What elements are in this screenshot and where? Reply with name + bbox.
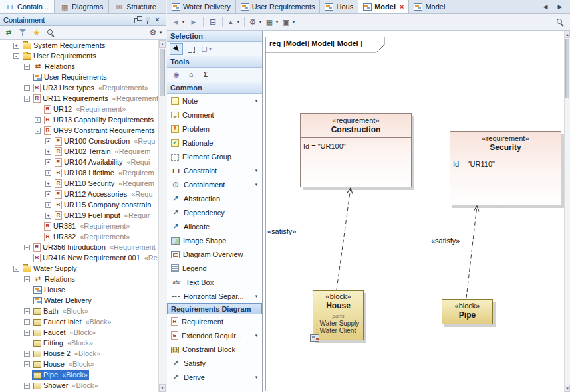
satisfy-edge-house-construction[interactable] [337, 188, 351, 290]
favorites-star-button[interactable] [30, 26, 43, 39]
expand-toggle-icon[interactable]: - [35, 128, 41, 134]
tab-contain[interactable]: Contain... [0, 0, 55, 13]
search-button[interactable] [553, 15, 567, 29]
block-node-house[interactable]: «block» House parts : Water Supply : Wat… [313, 290, 364, 340]
close-panel-button[interactable] [152, 15, 162, 25]
palette-item-rationale[interactable]: Rationale [167, 136, 262, 149]
tree-item-ur381[interactable]: +UR381«Requirement» [0, 221, 158, 231]
tree-item-water-delivery[interactable]: +Water Delivery [0, 295, 158, 306]
select-in-tree-button[interactable] [206, 15, 219, 29]
canvas-scrollbar-thumb[interactable] [565, 39, 569, 98]
expand-toggle-icon[interactable]: + [13, 43, 19, 49]
tab-structure[interactable]: Structure [109, 0, 162, 13]
expand-toggle-icon[interactable]: + [45, 138, 51, 144]
tree-item-ur382[interactable]: +UR382«Requirement» [0, 231, 158, 242]
close-tab-icon[interactable] [400, 3, 404, 11]
palette-item-constraint[interactable]: Constraint [167, 163, 262, 177]
tree-item-house-2[interactable]: +House 2«Block» [0, 348, 158, 359]
diagram-tab-water-delivery-0[interactable]: Water Delivery [167, 0, 236, 13]
palette-item-diagram-overview[interactable]: Diagram Overview [167, 247, 262, 261]
expand-toggle-icon[interactable]: - [13, 266, 19, 272]
tree-item-ur356-introduction[interactable]: +UR356 Introduction«Requirement [0, 242, 158, 252]
tree-item-user-requirements[interactable]: +User Requirements [0, 72, 158, 82]
palette-section-common[interactable]: Common [167, 82, 262, 94]
expand-toggle-icon[interactable]: + [45, 170, 51, 176]
expand-toggle-icon[interactable]: + [24, 319, 30, 325]
tree-item-ur102-terrain[interactable]: +UR102 Terrain«Requirem [0, 146, 158, 157]
next-tab-button[interactable] [553, 0, 567, 13]
diagram-tab-user-requirements-1[interactable]: User Requirements [236, 0, 321, 13]
tree-item-ur119-fuel-input[interactable]: +UR119 Fuel input«Requir [0, 210, 158, 221]
pointer-tool-button[interactable] [170, 43, 183, 55]
tree-item-ur99-constraint-requirements[interactable]: -UR99 Constraint Requirements [0, 125, 158, 136]
canvas-scrollbar[interactable] [564, 31, 570, 392]
expand-toggle-icon[interactable]: + [24, 245, 30, 250]
tree-item-house[interactable]: +House«Block» [0, 359, 158, 369]
satisfy-edge-label[interactable]: «satisfy» [267, 227, 296, 235]
area-select-tool-button[interactable] [184, 43, 198, 55]
tree-item-ur12[interactable]: +UR12«Requirement» [0, 104, 158, 114]
settings-gear-button[interactable] [148, 26, 164, 39]
palette-item-abstraction[interactable]: Abstraction [167, 191, 262, 205]
palette-section-tools[interactable]: Tools [167, 56, 262, 68]
tree-item-ur104-availability[interactable]: +UR104 Availability«Requi [0, 157, 158, 167]
tree-item-relations[interactable]: +Relations [0, 274, 158, 284]
tree-item-ur11-requirements[interactable]: -UR11 Requirements«Requirement» [0, 93, 158, 104]
tab-diagrams[interactable]: Diagrams [55, 0, 109, 13]
tree-item-system-requirements[interactable]: +System Requirements [0, 40, 158, 50]
tree-item-ur100-construction[interactable]: +UR100 Construction«Requ [0, 136, 158, 146]
palette-item-dependency[interactable]: Dependency [167, 205, 262, 219]
search-button[interactable] [44, 26, 57, 39]
expand-toggle-icon[interactable]: + [45, 159, 51, 165]
palette-item-note[interactable]: Note [167, 94, 262, 108]
expand-toggle-icon[interactable]: + [24, 64, 30, 70]
metrics-tool-button[interactable] [199, 69, 212, 81]
palette-item-text-box[interactable]: Text Box [167, 275, 262, 289]
tree-item-faucet-inlet[interactable]: +Faucet Inlet«Block» [0, 316, 158, 327]
block-node-pipe[interactable]: «block» Pipe [442, 299, 493, 324]
diagram-tab-model-4[interactable]: Model [409, 0, 450, 13]
expand-toggle-icon[interactable]: + [24, 330, 30, 336]
pattern-tool-button[interactable] [170, 69, 183, 81]
expand-toggle-icon[interactable]: + [24, 351, 30, 357]
expand-toggle-icon[interactable]: + [35, 117, 41, 123]
palette-section-selection[interactable]: Selection [167, 31, 262, 42]
image-button[interactable] [281, 15, 297, 29]
tree-item-fitting[interactable]: +Fitting«Block» [0, 338, 158, 348]
layout-button[interactable] [225, 15, 241, 29]
tree-item-water-supply[interactable]: -Water Supply [0, 263, 158, 274]
palette-item-horizontal-separ[interactable]: Horizontal Separ... [167, 289, 262, 303]
filter-button[interactable] [16, 26, 29, 39]
forward-button[interactable] [187, 15, 200, 29]
requirement-node-construction[interactable]: «requirement» Construction Id = "UR100" [300, 113, 412, 187]
tree-item-shower[interactable]: +Shower«Block» [0, 380, 158, 391]
tree-item-faucet[interactable]: +Faucet«Block» [0, 327, 158, 338]
tree-item-ur416-new-requirement-001[interactable]: +UR416 New Requirement 001«Re [0, 252, 158, 263]
expand-toggle-icon[interactable]: + [45, 149, 51, 155]
tree-item-ur115-company-constrain[interactable]: +UR115 Company constrain [0, 199, 158, 210]
diagram-tab-hous-2[interactable]: Hous [320, 0, 358, 13]
diagram-tab-model-3[interactable]: Model [358, 0, 409, 13]
tree-item-relations[interactable]: +Relations [0, 61, 158, 72]
expand-toggle-icon[interactable]: + [24, 361, 30, 367]
tree-item-ur108-lifetime[interactable]: +UR108 Lifetime«Requirem [0, 167, 158, 178]
palette-item-allocate[interactable]: Allocate [167, 219, 262, 233]
tree-item-bath[interactable]: +Bath«Block» [0, 306, 158, 316]
tree-scrollbar[interactable] [158, 40, 166, 392]
back-button[interactable] [170, 15, 186, 29]
satisfy-edge-label[interactable]: «satisfy» [431, 237, 460, 245]
palette-item-element-group[interactable]: Element Group [167, 149, 262, 163]
group-select-tool-button[interactable] [199, 43, 212, 55]
expand-toggle-icon[interactable]: - [13, 53, 19, 59]
gear-button[interactable] [247, 15, 263, 29]
diagram-canvas[interactable]: req[Model] Model[ Model ] «requirement» … [263, 31, 564, 392]
palette-item-requirement[interactable]: Requirement [167, 314, 262, 328]
tree-item-ur112-accessories[interactable]: +UR112 Accessories«Requ [0, 189, 158, 199]
palette-item-constraint-block[interactable]: Constraint Block [167, 342, 262, 356]
previous-tab-button[interactable] [539, 0, 552, 13]
expand-toggle-icon[interactable]: + [24, 383, 30, 389]
scroll-up-button[interactable] [159, 40, 166, 48]
tree-item-ur3-user-types[interactable]: +UR3 User types«Requirement» [0, 82, 158, 93]
palette-item-derive[interactable]: Derive [167, 370, 262, 384]
palette-item-image-shape[interactable]: Image Shape [167, 233, 262, 247]
